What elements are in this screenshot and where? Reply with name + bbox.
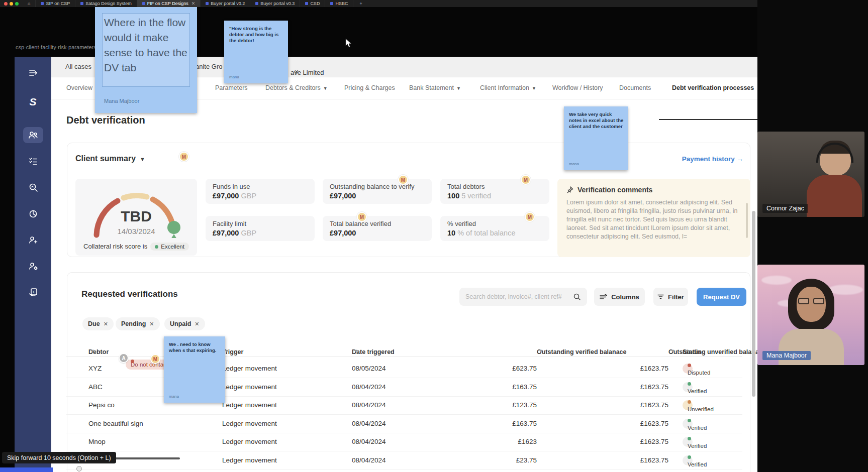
cell-verified-balance: £163.75 xyxy=(426,378,537,396)
requested-verifications-title: Requested verifications xyxy=(81,289,178,299)
all-cases-tab[interactable]: All cases xyxy=(65,63,91,70)
sidebar-item-user-settings-icon[interactable] xyxy=(23,258,43,274)
tab-parameters[interactable]: Parameters xyxy=(215,84,248,91)
figma-file-icon xyxy=(255,2,258,5)
glasses-icon xyxy=(798,298,824,305)
video-call-panel: Connor Zajac Mana Majboor xyxy=(757,0,868,472)
figma-file-icon xyxy=(80,2,83,5)
breadcrumb: csp-client-facility-risk-parameters xyxy=(16,44,97,50)
player-control-fragment[interactable] xyxy=(0,467,53,472)
browser-tab[interactable]: CSD xyxy=(300,0,325,7)
cell-trigger: Ledger movement xyxy=(222,360,277,378)
comments-body: Lorem ipsum dolor sit amet, consectetur … xyxy=(566,198,741,241)
table-row[interactable]: MnopLedger movement08/04/2024£1623£1623.… xyxy=(66,433,742,451)
filter-icon xyxy=(657,294,664,300)
avatar: M xyxy=(357,212,367,222)
cell-trigger: Ledger movement xyxy=(222,451,277,469)
cell-trigger: Ledger movement xyxy=(222,433,277,451)
sticky-note-debtor-strength[interactable]: "How strong is the debtor and how big is… xyxy=(224,21,288,83)
browser-tab[interactable]: HSBC xyxy=(325,0,353,7)
new-tab-button[interactable]: + xyxy=(353,0,368,7)
minimize-window-icon[interactable] xyxy=(10,2,13,6)
request-dv-button[interactable]: Request DV xyxy=(697,288,746,306)
participant-name-label: Mana Majboor xyxy=(762,351,811,360)
cell-unverified-balance: £1623.75 xyxy=(554,433,668,451)
browser-tab[interactable]: Buyer portal v0.3 xyxy=(250,0,300,7)
browser-tab[interactable]: Buyer portal v0.2 xyxy=(201,0,250,7)
cell-verified-balance: £163.75 xyxy=(426,415,537,433)
tab-documents[interactable]: Documents xyxy=(619,84,651,91)
browser-tab[interactable]: Satago Design System xyxy=(75,0,137,7)
filter-chip-due[interactable]: Due✕ xyxy=(82,317,114,330)
filter-chip-pending[interactable]: Pending✕ xyxy=(116,317,160,330)
close-window-icon[interactable] xyxy=(4,2,8,6)
tab-debt-verification-processes[interactable]: Debt verification processes xyxy=(672,84,754,91)
scrubber-handle[interactable] xyxy=(76,466,82,471)
sticky-note-dv-tab[interactable]: Where in the flow would it make sense to… xyxy=(95,7,197,113)
chevron-down-icon: ▼ xyxy=(456,86,461,91)
filter-button[interactable]: Filter xyxy=(653,288,688,306)
maximize-window-icon[interactable] xyxy=(15,2,19,6)
home-icon[interactable]: ⌂ xyxy=(23,0,36,7)
tab-overview[interactable]: Overview xyxy=(66,84,92,91)
active-case-tab[interactable]: ave Limited ✕ xyxy=(291,63,294,70)
remove-chip-icon[interactable]: ✕ xyxy=(104,321,108,327)
sidebar-item-tasks-icon[interactable] xyxy=(23,153,43,169)
screen: ⌂ SIP on CSPSatago Design SystemFIF on C… xyxy=(0,0,868,472)
search-icon xyxy=(573,293,581,301)
browser-tab[interactable]: SIP on CSP xyxy=(36,0,75,7)
browser-tab[interactable]: FIF on CSP Designs✕ xyxy=(137,0,201,7)
sticky-note-excel-notes[interactable]: We take very quick notes in excel about … xyxy=(564,106,628,170)
cell-verified-balance: £123.75 xyxy=(426,396,537,414)
client-summary-toggle[interactable]: Client summary▼ xyxy=(75,154,145,163)
vertical-scrollbar[interactable] xyxy=(752,211,755,397)
search-placeholder: Search debtor, invoice#, client ref# xyxy=(465,293,573,300)
metric-tile-outstanding-balance-to-verify: Outstanding balance to verify£97,000 M xyxy=(323,179,432,204)
payment-history-link[interactable]: Payment history → xyxy=(682,155,743,163)
case-tab-fragment[interactable]: anite Gro xyxy=(196,63,222,70)
columns-button[interactable]: Columns xyxy=(594,288,645,306)
sidebar-item-reports-icon[interactable] xyxy=(23,206,43,222)
chevron-down-icon: ▼ xyxy=(140,156,145,162)
filter-chip-unpaid[interactable]: Unpaid✕ xyxy=(164,317,205,330)
figma-file-icon xyxy=(41,2,44,5)
cell-date: 08/04/2024 xyxy=(352,378,386,396)
tab-debtors-creditors[interactable]: Debtors & Creditors▼ xyxy=(265,84,328,91)
search-input[interactable]: Search debtor, invoice#, client ref# xyxy=(459,288,587,306)
verification-comments-panel: Verification comments Lorem ipsum dolor … xyxy=(557,179,750,257)
figma-file-icon xyxy=(305,2,308,5)
remove-chip-icon[interactable]: ✕ xyxy=(149,321,154,327)
cell-verified-balance: £1623 xyxy=(426,433,537,451)
collapse-menu-icon[interactable] xyxy=(23,65,43,81)
active-tab-underline xyxy=(659,119,757,120)
sidebar-item-payments-icon[interactable]: £ xyxy=(23,284,43,300)
video-tile-mana: Mana Majboor xyxy=(757,265,864,365)
close-case-icon[interactable]: ✕ xyxy=(294,69,299,75)
sticky-note-author: Mana Majboor xyxy=(104,98,139,104)
comments-scrollbar[interactable] xyxy=(746,203,748,238)
sidebar-item-add-client-icon[interactable] xyxy=(23,232,43,248)
chevron-down-icon: ▼ xyxy=(323,86,328,91)
cell-debtor: ABC xyxy=(88,378,103,396)
cell-verified-balance: £623.75 xyxy=(426,360,537,378)
tab-bank-statement[interactable]: Bank Statement▼ xyxy=(409,84,461,91)
tab-pricing-charges[interactable]: Pricing & Charges xyxy=(344,84,395,91)
gauge-pointer xyxy=(167,221,180,234)
tab-client-information[interactable]: Client Information▼ xyxy=(480,84,536,91)
satago-logo-icon[interactable]: S xyxy=(23,94,43,110)
sticky-note-expiring[interactable]: We . need to know when s that expiring. … xyxy=(164,336,225,403)
sidebar-item-clients-icon[interactable] xyxy=(23,127,43,143)
collaborator-avatar-m: M xyxy=(150,354,160,364)
sidebar-item-search-icon[interactable] xyxy=(23,179,43,195)
columns-icon xyxy=(600,294,607,300)
close-tab-icon[interactable]: ✕ xyxy=(191,1,196,6)
svg-text:£: £ xyxy=(33,290,35,294)
table-row[interactable]: Ledger movement08/04/2024£23.75£1623.75V… xyxy=(66,451,742,470)
cell-debtor: Mnop xyxy=(88,433,106,451)
table-row[interactable]: One beautiful signLedger movement08/04/2… xyxy=(66,415,742,433)
remove-chip-icon[interactable]: ✕ xyxy=(195,321,199,327)
tab-workflow-history[interactable]: Workflow / History xyxy=(552,84,603,91)
window-controls[interactable] xyxy=(0,0,23,7)
sidebar: S £ xyxy=(15,57,51,472)
cell-unverified-balance: £1623.75 xyxy=(554,415,668,433)
